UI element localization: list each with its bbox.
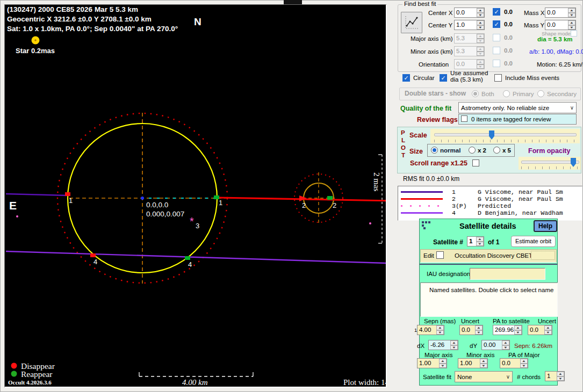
sepn-spinner[interactable]: 4.00 <box>417 325 444 335</box>
satellite-fit-dropdown[interactable]: None ∨ <box>455 371 513 382</box>
center-x-fit-checkbox[interactable] <box>493 8 500 16</box>
spinner-down-icon[interactable] <box>544 330 552 335</box>
spinner-down-icon[interactable] <box>477 25 484 30</box>
size-x2-radio[interactable] <box>469 147 476 154</box>
sat-pa-major-spinner[interactable]: 0.0 <box>500 358 528 368</box>
spinner-down-icon[interactable] <box>557 376 564 381</box>
double-primary-radio <box>503 90 510 97</box>
spinner-up-icon[interactable] <box>477 8 484 13</box>
plot-letter-t: T <box>401 152 405 158</box>
spinner-up-icon[interactable] <box>544 325 552 330</box>
center-y-spinner[interactable]: 1.0 <box>454 20 485 30</box>
mass-y-spinner[interactable]: 0.0 <box>545 20 576 30</box>
predicted-asterisk-icon: * <box>190 215 194 227</box>
legend-row-4: 4 D Benjamin, near Wadham <box>398 209 582 216</box>
size-normal-label: normal <box>440 147 460 154</box>
mas-scale-label: 2 mas <box>372 172 381 192</box>
pa-uncert-spinner[interactable]: 0.0 <box>528 325 552 335</box>
spinner-up-icon[interactable] <box>480 359 487 364</box>
pa-spinner[interactable]: 269.96 <box>493 325 522 335</box>
cbet-input[interactable] <box>531 251 555 260</box>
center-x-label: Center X <box>428 10 452 16</box>
sepn-uncert-spinner[interactable]: 0.0 <box>459 325 483 335</box>
sat-minor-axis-spinner[interactable]: 1.00 <box>458 358 488 368</box>
opacity-slider-track[interactable] <box>521 161 579 164</box>
major-axis-uncert: 0.0 <box>504 34 513 41</box>
spinner-down-icon[interactable] <box>476 242 484 246</box>
spinner-down-icon[interactable] <box>477 13 484 18</box>
drag-handle-icon[interactable] <box>422 221 424 223</box>
quality-dropdown[interactable]: Astrometry only. No reliable size ∨ <box>458 102 577 113</box>
plot-center-dot <box>141 197 144 200</box>
fit-graph-button[interactable] <box>401 12 422 33</box>
dy-spinner[interactable]: 0.00 <box>481 340 510 350</box>
observer-legend-box[interactable]: 1 G Viscome, near Paul Sm 2 G Viscome, n… <box>398 186 582 221</box>
include-miss-checkbox[interactable] <box>494 74 502 82</box>
spinner-down-icon[interactable] <box>520 364 528 368</box>
spinner-down-icon[interactable] <box>502 345 509 350</box>
spinner-up-icon[interactable] <box>436 325 444 330</box>
predicted-dot-left <box>16 215 18 217</box>
chords-label: # chords <box>517 374 541 380</box>
mass-x-spinner[interactable]: 0.0 <box>545 8 576 18</box>
spinner-down-icon[interactable] <box>475 330 483 335</box>
estimate-orbit-button[interactable]: Estimate orbit <box>511 236 556 247</box>
sat-major-axis-label: Major axis <box>424 352 452 358</box>
scale-slider-track[interactable] <box>434 133 577 136</box>
iau-designation-input[interactable] <box>470 268 545 280</box>
predicted-dot-right <box>369 222 371 224</box>
satellite-fit-label: Satellite fit <box>423 374 451 380</box>
chord4-line-sample <box>401 212 443 214</box>
chords-spinner[interactable]: 1 <box>545 371 565 381</box>
double-both-radio <box>472 90 479 97</box>
spinner-up-icon[interactable] <box>568 20 575 25</box>
use-assumed-dia-checkbox[interactable] <box>440 74 447 82</box>
dx-spinner[interactable]: -6.26 <box>428 340 458 350</box>
form-opacity-label: Form opacity <box>528 147 571 155</box>
spinner-up-icon[interactable] <box>450 340 458 345</box>
spinner-down-icon[interactable] <box>480 364 487 368</box>
satellite-number-label: Satellite # <box>433 238 463 246</box>
legend-row-2: 2 G Viscome, near Paul Sm <box>398 195 582 202</box>
center-x-spinner[interactable]: 0.0 <box>454 8 485 18</box>
spinner-up-icon[interactable] <box>568 8 575 13</box>
size-normal-radio[interactable] <box>431 147 438 154</box>
rms-fit-label: RMS fit 0.0 ±0.0 km <box>403 175 459 183</box>
center-y-uncert: 0.0 <box>504 21 513 27</box>
quality-label: Quality of the fit <box>400 105 451 112</box>
named-satellites-listbox[interactable]: Named satellites. Double click to select… <box>420 282 558 317</box>
edit-checkbox[interactable] <box>436 251 444 259</box>
spinner-up-icon[interactable] <box>514 325 522 330</box>
spinner-down-icon[interactable] <box>450 345 458 350</box>
spinner-down-icon[interactable] <box>568 13 575 18</box>
spinner-up-icon[interactable] <box>476 237 484 242</box>
sat-major-axis-spinner[interactable]: 1.00 <box>417 358 447 368</box>
spinner-up-icon[interactable] <box>439 359 447 364</box>
satellite-number-spinner[interactable]: 1 <box>467 236 484 246</box>
spinner-up-icon[interactable] <box>475 325 483 330</box>
orientation-spinner: 0.0 <box>454 59 485 69</box>
orientation-label: Orientation <box>419 61 449 68</box>
sepn-km-readout: Sepn: 6.26km <box>514 343 552 349</box>
spinner-down-icon[interactable] <box>439 364 447 368</box>
spinner-down-icon[interactable] <box>436 330 444 335</box>
spinner-up-icon[interactable] <box>502 340 509 345</box>
size-x2-label: x 2 <box>478 147 486 154</box>
double-primary-label: Primary <box>513 91 534 97</box>
sepn-header: Sepn (mas) <box>424 318 456 324</box>
scroll-range-checkbox[interactable] <box>472 159 479 166</box>
motion-readout: Motion: 6.25 km/s <box>537 61 583 68</box>
spinner-up-icon[interactable] <box>477 20 484 25</box>
spinner-up-icon[interactable] <box>520 359 528 364</box>
major-axis-fit-checkbox <box>493 34 500 41</box>
spinner-down-icon[interactable] <box>514 330 522 335</box>
occultation-plot[interactable]: * (130247) 2000 CE85 2026 Mar 5 5.3 km G… <box>4 4 387 388</box>
size-x5-radio[interactable] <box>493 147 500 154</box>
center-y-fit-checkbox[interactable] <box>493 20 500 28</box>
review-flags-text: 0 items are tagged for review <box>471 116 551 122</box>
spinner-down-icon[interactable] <box>568 25 575 30</box>
circular-checkbox[interactable] <box>402 74 410 82</box>
help-button[interactable]: Help <box>534 220 557 232</box>
spinner-up-icon[interactable] <box>557 372 564 376</box>
review-flags-checkbox[interactable] <box>461 115 467 122</box>
